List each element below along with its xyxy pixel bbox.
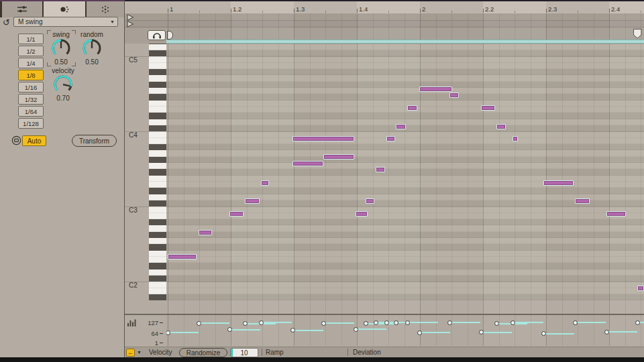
velocity-marker[interactable] <box>447 320 452 325</box>
white-key[interactable] <box>149 44 166 50</box>
velocity-marker[interactable] <box>417 330 422 335</box>
midi-note[interactable] <box>606 211 626 217</box>
black-key[interactable] <box>149 263 166 269</box>
velocity-marker[interactable] <box>405 320 410 325</box>
velocity-marker[interactable] <box>354 327 358 332</box>
scrub-row-1[interactable] <box>125 13 644 21</box>
black-key[interactable] <box>149 232 166 238</box>
black-key[interactable] <box>149 276 166 282</box>
auto-button[interactable]: Auto <box>22 135 46 146</box>
lane-select-caret[interactable]: ▼ <box>137 350 142 355</box>
lane-fold-button[interactable]: ← <box>126 349 135 357</box>
midi-note[interactable] <box>407 105 417 111</box>
midi-note[interactable] <box>419 86 452 92</box>
velocity-marker[interactable] <box>573 320 578 325</box>
random-knob[interactable] <box>80 38 103 60</box>
black-key[interactable] <box>149 113 166 119</box>
midi-note[interactable] <box>543 180 574 186</box>
white-key[interactable] <box>149 138 166 144</box>
white-key[interactable] <box>149 238 166 244</box>
midi-note[interactable] <box>496 124 506 129</box>
black-key[interactable] <box>149 69 166 75</box>
midi-note[interactable] <box>261 180 269 186</box>
midi-note[interactable] <box>386 136 395 141</box>
velocity-knob[interactable] <box>52 74 74 97</box>
white-key[interactable] <box>149 163 166 169</box>
black-key[interactable] <box>149 157 166 163</box>
black-key[interactable] <box>149 94 166 100</box>
velocity-marker[interactable] <box>259 320 264 325</box>
white-key[interactable] <box>149 182 166 188</box>
midi-note[interactable] <box>356 211 368 217</box>
velocity-marker[interactable] <box>243 321 248 326</box>
velocity-marker[interactable] <box>541 331 546 336</box>
white-key[interactable] <box>149 119 166 125</box>
midi-note[interactable] <box>168 254 197 259</box>
tab-note-generate[interactable] <box>87 1 124 17</box>
velocity-marker[interactable] <box>321 321 326 326</box>
velocity-marker[interactable] <box>290 328 295 333</box>
swing-knob-value[interactable]: 0.50 <box>44 58 78 66</box>
white-key[interactable] <box>149 206 166 213</box>
midi-note[interactable] <box>481 105 495 111</box>
velocity-marker[interactable] <box>166 330 170 335</box>
randomize-button[interactable]: Randomize <box>179 348 227 357</box>
black-key[interactable] <box>149 294 166 300</box>
scrub-row-2[interactable] <box>125 21 644 27</box>
randomize-amount-field[interactable]: 10 <box>230 348 258 357</box>
white-key[interactable] <box>149 150 166 156</box>
velocity-marker[interactable] <box>511 320 515 325</box>
preview-headphone-button[interactable] <box>148 30 166 40</box>
velocity-marker[interactable] <box>374 320 378 325</box>
velocity-marker[interactable] <box>604 330 609 335</box>
midi-note[interactable] <box>292 136 354 141</box>
loop-icon[interactable] <box>11 135 21 145</box>
white-key[interactable] <box>149 225 166 231</box>
white-key[interactable] <box>149 288 166 294</box>
velocity-marker[interactable] <box>479 330 484 335</box>
white-key[interactable] <box>149 257 166 263</box>
swing-knob[interactable] <box>50 38 72 60</box>
velocity-marker[interactable] <box>494 321 499 326</box>
midi-note[interactable] <box>637 286 644 291</box>
random-knob-value[interactable]: 0.50 <box>75 58 109 66</box>
white-key[interactable] <box>149 213 166 219</box>
black-key[interactable] <box>149 82 166 88</box>
midi-note[interactable] <box>449 93 459 98</box>
piano-key-column[interactable] <box>149 44 166 314</box>
white-key[interactable] <box>149 131 166 137</box>
midi-note[interactable] <box>366 198 374 204</box>
black-key[interactable] <box>149 169 166 175</box>
velocity-marker[interactable] <box>384 320 389 325</box>
white-key[interactable] <box>149 176 166 182</box>
velocity-knob-value[interactable]: 0.70 <box>46 95 80 102</box>
black-key[interactable] <box>149 244 166 250</box>
velocity-marker[interactable] <box>635 320 640 325</box>
beat-time-ruler[interactable]: 11.21.31.422.22.32.4 <box>125 1 644 13</box>
white-key[interactable] <box>149 101 166 107</box>
midi-note[interactable] <box>229 211 244 217</box>
black-key[interactable] <box>149 219 166 225</box>
velocity-marker[interactable] <box>364 321 368 326</box>
white-key[interactable] <box>149 282 166 288</box>
black-key[interactable] <box>149 188 166 194</box>
black-key[interactable] <box>149 50 166 56</box>
black-key[interactable] <box>149 144 166 150</box>
velocity-marker[interactable] <box>227 327 232 332</box>
white-key[interactable] <box>149 251 166 257</box>
midi-note[interactable] <box>323 154 354 160</box>
transform-button[interactable]: Transform <box>72 135 117 147</box>
white-key[interactable] <box>149 269 166 276</box>
midi-note[interactable] <box>513 136 518 141</box>
white-key[interactable] <box>149 56 166 62</box>
midi-note[interactable] <box>575 198 590 204</box>
midi-note[interactable] <box>292 161 323 166</box>
loop-end-marker[interactable] <box>633 29 642 39</box>
midi-note[interactable] <box>199 230 212 235</box>
white-key[interactable] <box>149 63 166 69</box>
black-key[interactable] <box>149 200 166 206</box>
white-key[interactable] <box>149 88 166 94</box>
white-key[interactable] <box>149 107 166 113</box>
midi-note[interactable] <box>376 167 385 172</box>
white-key[interactable] <box>149 194 166 200</box>
